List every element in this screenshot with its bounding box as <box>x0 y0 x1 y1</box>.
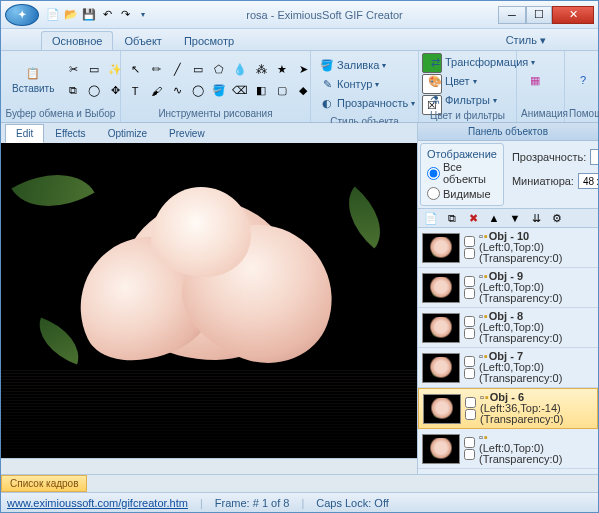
visible-check[interactable] <box>464 437 475 448</box>
tab-effects[interactable]: Effects <box>44 124 96 143</box>
cut-icon[interactable]: ✂ <box>63 60 83 80</box>
object-item[interactable]: ▫▪ Obj - 7 (Left:0,Top:0)(Transparency:0… <box>418 348 598 388</box>
object-item[interactable]: ▫▪ Obj - 9 (Left:0,Top:0)(Transparency:0… <box>418 268 598 308</box>
horizontal-scrollbar[interactable] <box>1 458 417 474</box>
text-icon[interactable]: T <box>125 81 145 101</box>
outline-menu[interactable]: ✎Контур▾ <box>315 75 420 93</box>
star-icon[interactable]: ★ <box>272 60 292 80</box>
frames-tab[interactable]: Список кадров <box>1 475 87 492</box>
props-icon[interactable]: ⚙ <box>547 208 567 228</box>
lock-check[interactable] <box>464 248 475 259</box>
help-button[interactable]: ? <box>569 70 597 90</box>
lock-check[interactable] <box>464 449 475 460</box>
transparency-input[interactable] <box>590 149 598 165</box>
object-item[interactable]: ▫▪ Obj - 10 (Left:0,Top:0)(Transparency:… <box>418 228 598 268</box>
lock-check[interactable] <box>464 288 475 299</box>
eraser-icon[interactable]: ⌫ <box>230 81 250 101</box>
status-frame: Frame: # 1 of 8 <box>215 497 290 509</box>
palette-icon: 🎨 <box>428 74 442 88</box>
new-obj-icon[interactable]: 📄 <box>421 208 441 228</box>
visible-check[interactable] <box>464 356 475 367</box>
visible-check[interactable] <box>464 236 475 247</box>
lock-check[interactable] <box>464 368 475 379</box>
object-info: ▫▪ Obj - 9 (Left:0,Top:0)(Transparency:0… <box>479 271 594 304</box>
qat-more-icon[interactable]: ▾ <box>135 7 151 23</box>
spray-icon[interactable]: ⁂ <box>251 60 271 80</box>
fill-menu[interactable]: 🪣Заливка▾ <box>315 56 420 74</box>
object-thumb <box>422 353 460 383</box>
tab-main[interactable]: Основное <box>41 31 113 50</box>
titlebar: ✦ 📄 📂 💾 ↶ ↷ ▾ rosa - EximiousSoft GIF Cr… <box>1 1 598 29</box>
radio-all-objects[interactable]: Все объекты <box>427 160 497 186</box>
transparency-label: Прозрачность: <box>512 151 586 163</box>
minimize-button[interactable]: ─ <box>498 6 526 24</box>
save-icon[interactable]: 💾 <box>81 7 97 23</box>
fill-icon[interactable]: 🪣 <box>209 81 229 101</box>
select-icon[interactable]: ▭ <box>84 60 104 80</box>
up-obj-icon[interactable]: ▲ <box>484 208 504 228</box>
opacity-menu[interactable]: ◐Прозрачность▾ <box>315 94 420 112</box>
ribbon-tab-strip: Основное Объект Просмотр Стиль ▾ <box>1 29 598 51</box>
object-item[interactable]: ▫▪ (Left:0,Top:0)(Transparency:0) <box>418 429 598 469</box>
close-button[interactable]: ✕ <box>552 6 594 24</box>
filter-icon: ⚗ <box>428 93 442 107</box>
canvas[interactable] <box>1 143 417 458</box>
pencil-icon[interactable]: ✏ <box>146 60 166 80</box>
rect-icon[interactable]: ▭ <box>188 60 208 80</box>
group-label-clipboard: Буфер обмена и Выбор <box>5 107 116 120</box>
style-dropdown[interactable]: Стиль ▾ <box>500 31 552 50</box>
line-icon[interactable]: ╱ <box>167 60 187 80</box>
open-icon[interactable]: 📂 <box>63 7 79 23</box>
new-icon[interactable]: 📄 <box>45 7 61 23</box>
bucket-icon: 🪣 <box>320 58 334 72</box>
pointer-icon[interactable]: ↖ <box>125 60 145 80</box>
thumb-select[interactable]: 48 x 48 <box>578 173 598 189</box>
animation-button[interactable]: ▦ <box>521 70 549 90</box>
lock-check[interactable] <box>464 328 475 339</box>
curve-icon[interactable]: ∿ <box>167 81 187 101</box>
redo-icon[interactable]: ↷ <box>117 7 133 23</box>
object-item[interactable]: ▫▪ Obj - 6 (Left:36,Top:-14)(Transparenc… <box>418 388 598 429</box>
gradient-icon[interactable]: ◧ <box>251 81 271 101</box>
copy-icon[interactable]: ⧉ <box>63 81 83 101</box>
app-menu-orb[interactable]: ✦ <box>5 4 39 26</box>
display-group-label: Отображение <box>427 148 497 160</box>
roundrect-icon[interactable]: ▢ <box>272 81 292 101</box>
object-thumb <box>422 474 460 475</box>
radio-visible[interactable]: Видимые <box>427 186 497 201</box>
object-thumb <box>423 394 461 424</box>
tab-optimize[interactable]: Optimize <box>97 124 158 143</box>
bottom-tab-strip: Список кадров <box>1 474 598 492</box>
object-list[interactable]: ▫▪ Obj - 10 (Left:0,Top:0)(Transparency:… <box>418 228 598 474</box>
object-info: ▫▪ Obj - 8 (Left:0,Top:0)(Transparency:0… <box>479 311 594 344</box>
shape-icon[interactable]: ◆ <box>293 81 313 101</box>
down-obj-icon[interactable]: ▼ <box>505 208 525 228</box>
visible-check[interactable] <box>464 316 475 327</box>
object-thumb <box>422 434 460 464</box>
tab-preview[interactable]: Preview <box>158 124 216 143</box>
merge-icon[interactable]: ⇊ <box>526 208 546 228</box>
tab-edit[interactable]: Edit <box>5 124 44 143</box>
eyedropper-icon[interactable]: 💧 <box>230 60 250 80</box>
image-content <box>1 143 417 458</box>
maximize-button[interactable]: ☐ <box>526 6 552 24</box>
del-obj-icon[interactable]: ✖ <box>463 208 483 228</box>
paste-button[interactable]: 📋 Вставить <box>5 64 61 97</box>
arrow-icon[interactable]: ➤ <box>293 60 313 80</box>
visible-check[interactable] <box>465 397 476 408</box>
lasso-icon[interactable]: ◯ <box>84 81 104 101</box>
object-item[interactable]: ▫▪ Obj - 8 (Left:0,Top:0)(Transparency:0… <box>418 308 598 348</box>
tab-object[interactable]: Объект <box>113 31 172 50</box>
film-icon: ▦ <box>528 73 542 87</box>
object-info: ▫▪ Obj - 10 (Left:0,Top:0)(Transparency:… <box>479 231 594 264</box>
lock-check[interactable] <box>465 409 476 420</box>
tab-view[interactable]: Просмотр <box>173 31 245 50</box>
polygon-icon[interactable]: ⬠ <box>209 60 229 80</box>
ellipse-icon[interactable]: ◯ <box>188 81 208 101</box>
visible-check[interactable] <box>464 276 475 287</box>
status-link[interactable]: www.eximioussoft.com/gifcreator.htm <box>7 497 188 509</box>
brush-icon[interactable]: 🖌 <box>146 81 166 101</box>
undo-icon[interactable]: ↶ <box>99 7 115 23</box>
dup-obj-icon[interactable]: ⧉ <box>442 208 462 228</box>
object-toolbar: 📄 ⧉ ✖ ▲ ▼ ⇊ ⚙ <box>418 208 598 228</box>
